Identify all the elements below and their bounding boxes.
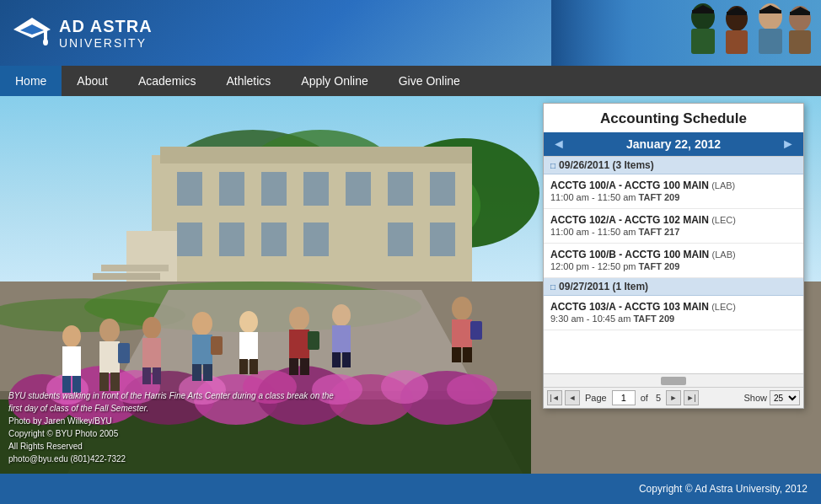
course-title-1: ACCTG 100/A - ACCTG 100 MAIN (LAB) <box>550 180 797 191</box>
next-page-button[interactable]: ► <box>666 390 681 405</box>
schedule-title: Accounting Schedule <box>544 104 803 132</box>
nav-item-home[interactable]: Home <box>0 66 62 96</box>
schedule-date-nav: ◄ January 22, 2012 ► <box>544 132 803 156</box>
svg-rect-89 <box>250 359 258 374</box>
course-name-1: ACCTG 100/A - ACCTG 100 MAIN <box>550 180 709 191</box>
course-title-2: ACCTG 102/A - ACCTG 102 MAIN (LEC) <box>550 214 797 226</box>
svg-point-3 <box>43 39 48 46</box>
svg-rect-16 <box>759 10 781 13</box>
svg-rect-37 <box>177 223 202 256</box>
nav-item-give-online[interactable]: Give Online <box>384 66 475 96</box>
time-1: 11:00 am - 11:50 am <box>550 192 636 202</box>
caption-line1: BYU students walking in front of the Har… <box>8 389 334 402</box>
svg-rect-44 <box>101 265 169 271</box>
collapse-icon-2: □ <box>550 282 555 292</box>
logo-line1: AD ASTRA <box>59 16 153 36</box>
logo-text: AD ASTRA UNIVERSITY <box>59 16 153 51</box>
svg-point-99 <box>452 297 472 320</box>
logo-area: AD ASTRA UNIVERSITY <box>13 14 153 51</box>
course-type-3: (LAB) <box>712 249 736 260</box>
course-type-4: (LEC) <box>711 302 736 312</box>
svg-rect-12 <box>727 12 747 15</box>
course-name-2: ACCTG 102/A - ACCTG 102 MAIN <box>550 214 709 226</box>
prev-date-button[interactable]: ◄ <box>550 137 567 152</box>
nav-item-about[interactable]: About <box>62 66 123 96</box>
date-group-header-1[interactable]: □ 09/26/2011 (3 Items) <box>544 157 803 174</box>
svg-point-66 <box>381 370 428 404</box>
logo-icon <box>13 14 51 51</box>
total-pages: 5 <box>656 393 661 403</box>
schedule-pagination: |◄ ◄ Page of 5 ► ►| Show 25 50 100 <box>544 387 803 408</box>
photo-caption: BYU students walking in front of the Har… <box>8 389 334 465</box>
svg-rect-8 <box>692 10 714 13</box>
svg-rect-19 <box>789 30 811 54</box>
photo-credit: Photo by Jaren Wilkey/BYU <box>8 415 334 427</box>
svg-rect-41 <box>388 223 413 256</box>
page-number-input[interactable] <box>612 390 636 405</box>
scroll-thumb <box>661 377 686 385</box>
svg-rect-82 <box>192 335 212 365</box>
course-type-1: (LAB) <box>711 180 735 190</box>
svg-rect-100 <box>452 319 472 348</box>
room-1: TAFT 209 <box>639 192 680 202</box>
header: AD ASTRA UNIVERSITY <box>0 0 821 66</box>
svg-rect-84 <box>203 364 212 381</box>
caption-line2: first day of class of the Fall Semester. <box>8 402 334 415</box>
svg-point-81 <box>192 312 212 335</box>
course-type-2: (LEC) <box>711 215 736 225</box>
svg-rect-96 <box>332 325 351 353</box>
schedule-item-2[interactable]: ACCTG 102/A - ACCTG 102 MAIN (LEC) 11:00… <box>544 209 803 244</box>
svg-point-95 <box>332 304 351 326</box>
svg-rect-88 <box>239 359 248 374</box>
svg-rect-80 <box>153 367 161 384</box>
svg-rect-45 <box>93 273 160 280</box>
nav: Home About Academics Athletics Apply Onl… <box>0 66 821 96</box>
svg-rect-42 <box>430 223 455 256</box>
schedule-item-4[interactable]: ACCTG 103/A - ACCTG 103 MAIN (LEC) 9:30 … <box>544 296 803 330</box>
svg-rect-87 <box>239 332 258 360</box>
svg-rect-101 <box>452 347 461 362</box>
header-photo <box>551 0 821 66</box>
footer: Copyright © Ad Astra University, 2012 <box>0 474 821 504</box>
svg-rect-31 <box>219 172 244 206</box>
svg-rect-74 <box>99 373 109 391</box>
prev-page-button[interactable]: ◄ <box>565 390 580 405</box>
svg-rect-78 <box>142 338 161 367</box>
nav-item-apply-online[interactable]: Apply Online <box>286 66 383 96</box>
last-page-button[interactable]: ►| <box>684 390 699 405</box>
schedule-item-1[interactable]: ACCTG 100/A - ACCTG 100 MAIN (LAB) 11:00… <box>544 174 803 209</box>
svg-rect-91 <box>289 330 309 359</box>
schedule-item-3[interactable]: ACCTG 100/B - ACCTG 100 MAIN (LAB) 12:00… <box>544 244 803 278</box>
svg-rect-73 <box>99 341 120 373</box>
svg-rect-40 <box>303 223 329 256</box>
first-page-button[interactable]: |◄ <box>547 390 562 405</box>
time-room-1: 11:00 am - 11:50 am TAFT 209 <box>550 192 797 202</box>
footer-text: Copyright © Ad Astra University, 2012 <box>639 483 808 495</box>
schedule-widget: Accounting Schedule ◄ January 22, 2012 ►… <box>543 103 804 409</box>
contact: photo@byu.edu (801)422-7322 <box>8 453 334 465</box>
next-date-button[interactable]: ► <box>780 137 797 152</box>
svg-point-86 <box>239 311 258 333</box>
svg-rect-30 <box>177 172 202 206</box>
rights: All Rights Reserved <box>8 440 334 453</box>
course-title-3: ACCTG 100/B - ACCTG 100 MAIN (LAB) <box>550 249 797 260</box>
svg-rect-29 <box>160 147 472 164</box>
svg-rect-39 <box>261 223 287 256</box>
room-2: TAFT 217 <box>639 227 680 237</box>
nav-item-academics[interactable]: Academics <box>123 66 211 96</box>
svg-rect-7 <box>691 29 715 54</box>
svg-rect-11 <box>726 30 748 54</box>
date-group-header-2[interactable]: □ 09/27/2011 (1 Item) <box>544 278 803 296</box>
time-room-3: 12:00 pm - 12:50 pm TAFT 209 <box>550 261 797 271</box>
time-3: 12:00 pm - 12:50 pm <box>550 261 636 271</box>
svg-rect-102 <box>463 347 472 362</box>
time-room-2: 11:00 am - 11:50 am TAFT 217 <box>550 227 797 237</box>
schedule-scrollbar[interactable] <box>544 373 803 387</box>
schedule-body[interactable]: □ 09/26/2011 (3 Items) ACCTG 100/A - ACC… <box>544 156 803 373</box>
nav-item-athletics[interactable]: Athletics <box>211 66 286 96</box>
time-2: 11:00 am - 11:50 am <box>550 227 636 237</box>
svg-rect-32 <box>261 172 287 206</box>
svg-rect-92 <box>289 358 298 375</box>
show-count-select[interactable]: 25 50 100 <box>770 390 800 405</box>
course-name-3: ACCTG 100/B - ACCTG 100 MAIN <box>550 249 709 260</box>
